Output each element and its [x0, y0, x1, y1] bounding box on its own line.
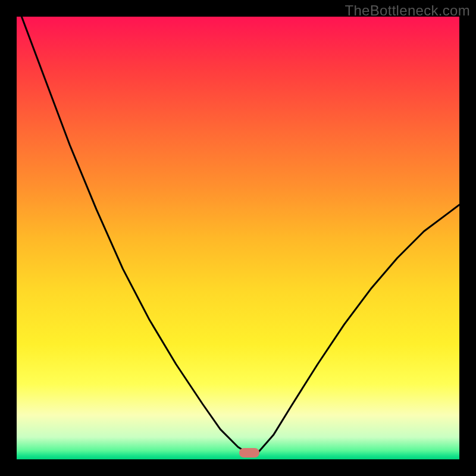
curve-left-branch	[17, 17, 247, 453]
watermark-text: TheBottleneck.com	[345, 2, 470, 19]
curve-right-branch	[258, 205, 460, 453]
curve-svg	[17, 17, 459, 459]
minimum-marker	[239, 448, 259, 458]
chart-container: TheBottleneck.com	[0, 0, 476, 476]
plot-area	[17, 17, 459, 459]
